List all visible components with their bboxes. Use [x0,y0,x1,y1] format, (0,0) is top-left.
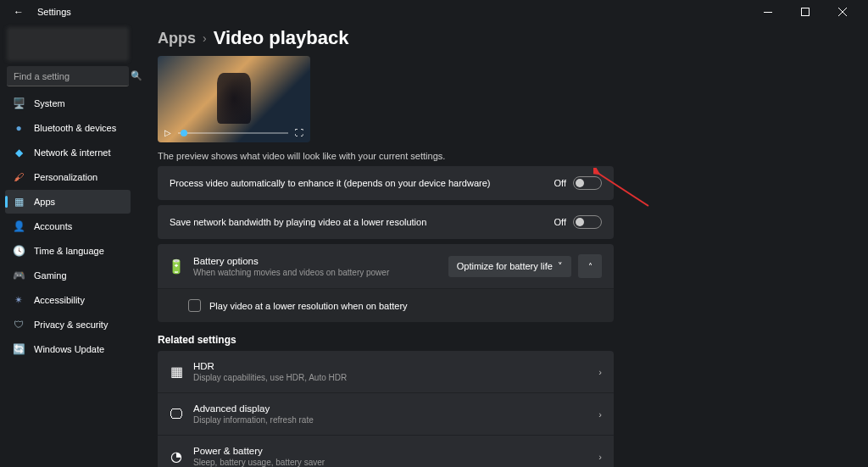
row-title: Advanced display [193,403,598,414]
nav-icon: 🎮 [12,269,25,282]
nav-icon: 🖥️ [12,97,25,110]
related-power-battery[interactable]: ◔Power & batterySleep, battery usage, ba… [158,436,614,467]
nav-icon: ▦ [12,195,25,208]
row-subtitle: Display capabilities, use HDR, Auto HDR [193,373,598,382]
play-button[interactable]: ▷ [164,128,171,137]
video-thumbnail [217,73,251,124]
sidebar-item-apps[interactable]: ▦Apps [5,190,131,214]
sidebar-item-personalization[interactable]: 🖌Personalization [5,165,131,189]
related-settings-heading: Related settings [158,334,854,346]
nav-icon: ● [12,121,25,135]
toggle-knob [576,179,584,187]
toggle-state: Off [554,217,566,227]
chevron-right-icon: › [598,367,602,377]
row-title: Power & battery [193,446,598,456]
chevron-up-icon: ˄ [588,262,593,271]
sidebar-item-accessibility[interactable]: ✴Accessibility [5,288,131,312]
nav-label: Time & language [34,246,104,256]
related-hdr[interactable]: ▦HDRDisplay capabilities, use HDR, Auto … [158,351,614,393]
nav-icon: ◆ [12,146,25,159]
related-advanced-display[interactable]: 🖵Advanced displayDisplay information, re… [158,393,614,436]
row-icon: 🖵 [170,408,183,421]
nav-icon: 🔄 [12,342,25,356]
sidebar-item-system[interactable]: 🖥️System [5,92,131,115]
nav-label: Personalization [34,172,97,182]
nav-icon: 🖌 [12,170,25,184]
setting-label: Process video automatically to enhance i… [170,178,554,188]
nav-label: Privacy & security [34,320,108,330]
sidebar-item-network-internet[interactable]: ◆Network & internet [5,141,131,164]
fullscreen-button[interactable]: ⛶ [295,128,303,137]
row-icon: ◔ [170,450,183,464]
setting-subtitle: When watching movies and videos on batte… [193,268,448,277]
collapse-button[interactable]: ˄ [578,254,602,278]
setting-battery-lowres: Play video at a lower resolution when on… [158,289,614,322]
sidebar-item-gaming[interactable]: 🎮Gaming [5,264,131,287]
lowres-checkbox[interactable] [188,299,201,312]
nav-label: Accessibility [34,295,85,305]
bandwidth-toggle[interactable] [573,215,602,229]
search-box[interactable]: 🔍 [7,66,129,86]
sidebar-item-bluetooth-devices[interactable]: ●Bluetooth & devices [5,116,131,140]
minimize-icon [764,12,772,13]
checkbox-label: Play video at a lower resolution when on… [209,301,602,311]
enhance-toggle[interactable] [573,176,602,190]
chevron-right-icon: › [203,31,207,45]
sidebar-item-accounts[interactable]: 👤Accounts [5,214,131,238]
setting-label: Save network bandwidth by playing video … [170,217,554,227]
page-title: Video playback [214,27,349,49]
nav-label: Network & internet [34,147,110,158]
chevron-right-icon: › [598,409,602,420]
toggle-knob [576,218,584,226]
nav-icon: 🕓 [12,244,25,258]
battery-icon: 🔋 [170,259,183,273]
nav-icon: 👤 [12,220,25,233]
setting-enhance-video: Process video automatically to enhance i… [158,166,614,200]
maximize-icon [801,8,810,16]
row-title: HDR [193,361,598,371]
nav-icon: 🛡 [12,318,25,331]
sidebar-item-windows-update[interactable]: 🔄Windows Update [5,337,131,361]
search-icon: 🔍 [131,70,142,81]
nav-label: Bluetooth & devices [34,123,116,133]
dropdown-value: Optimize for battery life [457,261,553,271]
svg-rect-0 [764,12,772,13]
nav-icon: ✴ [12,293,25,307]
sidebar-item-time-language[interactable]: 🕓Time & language [5,239,131,263]
nav-label: Apps [34,197,55,207]
sidebar-item-privacy-security[interactable]: 🛡Privacy & security [5,313,131,336]
row-subtitle: Sleep, battery usage, battery saver [193,458,598,467]
seek-thumb[interactable] [181,130,187,136]
nav-label: Accounts [34,221,72,231]
user-account-block[interactable] [7,27,129,61]
battery-optimize-dropdown[interactable]: Optimize for battery life ˅ [448,256,571,277]
video-preview: ▷ ⛶ [158,56,310,142]
setting-title: Battery options [193,256,448,266]
maximize-button[interactable] [787,0,824,24]
nav-label: Windows Update [34,344,104,354]
preview-caption: The preview shows what video will look l… [158,151,854,161]
toggle-state: Off [554,178,566,188]
row-icon: ▦ [170,365,183,379]
breadcrumb-parent[interactable]: Apps [158,30,196,47]
chevron-right-icon: › [598,452,602,462]
setting-battery-options: 🔋 Battery options When watching movies a… [158,244,614,289]
search-input[interactable] [14,71,131,81]
seek-bar[interactable] [178,132,288,134]
breadcrumb: Apps › Video playback [158,27,854,49]
close-button[interactable] [824,0,861,24]
setting-bandwidth: Save network bandwidth by playing video … [158,205,614,239]
back-button[interactable]: ← [7,6,31,18]
svg-rect-1 [802,8,810,16]
app-title: Settings [37,7,71,17]
nav-label: Gaming [34,270,67,281]
close-icon [838,8,847,16]
minimize-button[interactable] [749,0,787,24]
nav-label: System [34,98,65,108]
row-subtitle: Display information, refresh rate [193,415,598,425]
